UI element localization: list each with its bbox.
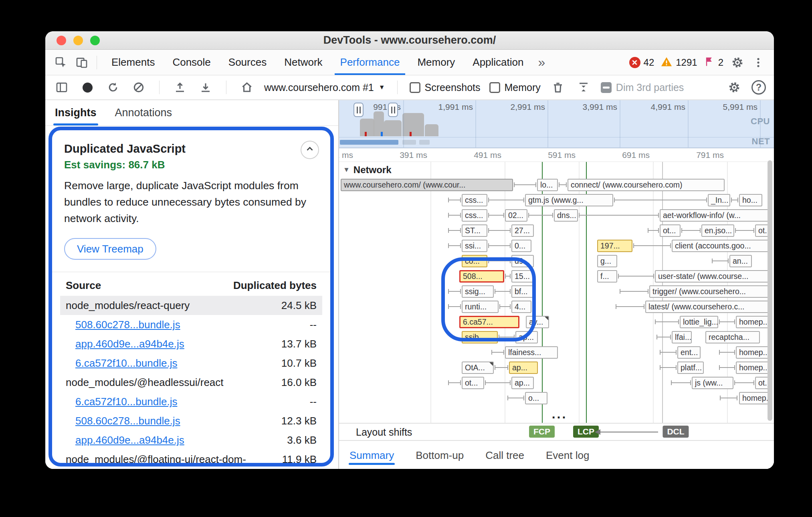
network-request-bar[interactable]: ssib... bbox=[462, 331, 498, 343]
network-request-bar[interactable]: d9... bbox=[511, 255, 534, 267]
zoom-button[interactable] bbox=[90, 36, 100, 45]
network-request-bar[interactable]: ho... bbox=[739, 194, 762, 206]
tab-annotations[interactable]: Annotations bbox=[115, 100, 172, 125]
tab-performance[interactable]: Performance bbox=[331, 50, 409, 75]
reload-and-record-icon[interactable] bbox=[105, 79, 121, 96]
network-request-bar[interactable]: 27... bbox=[511, 224, 534, 237]
network-request-bar[interactable]: ap... bbox=[511, 377, 534, 389]
network-request-bar[interactable]: ent... bbox=[677, 346, 701, 359]
collapse-insight-button[interactable] bbox=[301, 141, 319, 159]
network-request-bar[interactable]: www.coursehero.com/ (www.cour... bbox=[341, 179, 513, 191]
network-request-bar[interactable]: lo... bbox=[537, 179, 558, 191]
tab-memory[interactable]: Memory bbox=[408, 50, 464, 75]
network-request-bar[interactable]: connect/ (www.coursehero.com) bbox=[568, 179, 725, 191]
network-request-bar[interactable]: homep... bbox=[736, 361, 771, 374]
network-section-header[interactable]: ▼ Network bbox=[343, 164, 392, 176]
device-toolbar-icon[interactable] bbox=[73, 53, 91, 72]
inspect-element-icon[interactable] bbox=[52, 53, 70, 72]
network-request-bar[interactable]: co... bbox=[462, 255, 487, 267]
table-row[interactable]: 508.60c278...bundle.js-- bbox=[60, 315, 322, 334]
bottom-tab-bottom-up[interactable]: Bottom-up bbox=[416, 441, 464, 469]
network-request-bar[interactable]: css... bbox=[462, 209, 487, 222]
bottom-tab-event-log[interactable]: Event log bbox=[546, 441, 589, 469]
table-row[interactable]: 6.ca572f10...bundle.js10.7 kB bbox=[60, 353, 322, 373]
network-request-bar[interactable]: _In... bbox=[708, 194, 730, 206]
network-request-bar[interactable]: an... bbox=[729, 255, 752, 267]
more-requests-indicator[interactable]: ... bbox=[537, 407, 582, 422]
network-request-bar[interactable]: 15... bbox=[511, 270, 534, 283]
network-request-bar[interactable]: 0... bbox=[511, 240, 531, 252]
collect-garbage-icon[interactable] bbox=[549, 79, 566, 96]
network-request-bar[interactable]: ay... bbox=[526, 316, 549, 328]
help-icon[interactable]: ? bbox=[751, 80, 766, 95]
flame-chart[interactable]: 1 ms391 ms491 ms591 ms691 ms791 ms ▼ Net… bbox=[339, 148, 774, 423]
tab-elements[interactable]: Elements bbox=[103, 50, 164, 75]
clear-recording-icon[interactable] bbox=[130, 79, 147, 96]
memory-checkbox[interactable]: Memory bbox=[489, 82, 541, 93]
more-tabs-button[interactable]: » bbox=[535, 55, 549, 70]
source-file-link[interactable]: 6.ca572f10...bundle.js bbox=[66, 356, 177, 370]
table-row[interactable]: node_modules/react-query24.5 kB bbox=[60, 296, 322, 315]
upload-profile-icon[interactable] bbox=[172, 79, 188, 96]
network-request-bar[interactable]: ap... bbox=[515, 331, 538, 343]
view-treemap-button[interactable]: View Treemap bbox=[64, 238, 156, 260]
bottom-tab-call-tree[interactable]: Call tree bbox=[485, 441, 524, 469]
network-request-bar[interactable]: recaptcha... bbox=[705, 331, 760, 343]
warning-badge[interactable]: 1291 bbox=[661, 56, 697, 69]
network-request-bar[interactable]: user-state/ (www.course... bbox=[655, 270, 771, 283]
zoom-handle-right[interactable] bbox=[388, 103, 398, 117]
network-request-bar[interactable]: ot... bbox=[660, 224, 681, 237]
tab-application[interactable]: Application bbox=[464, 50, 532, 75]
table-row[interactable]: app.460d9e...a94b4e.js13.7 kB bbox=[60, 334, 322, 353]
tab-network[interactable]: Network bbox=[275, 50, 331, 75]
network-request-bar[interactable]: 197... bbox=[597, 240, 632, 252]
screenshots-checkbox[interactable]: Screenshots bbox=[410, 82, 481, 93]
record-button[interactable] bbox=[79, 79, 96, 96]
network-request-bar[interactable]: ssi... bbox=[462, 240, 487, 252]
network-request-bar[interactable]: aet-workflow-info/ (w... bbox=[660, 209, 771, 222]
table-row[interactable]: node_modules/@headlessui/react16.0 kB bbox=[60, 373, 322, 392]
dim-3rd-parties-checkbox[interactable]: Dim 3rd parties bbox=[601, 82, 684, 93]
download-profile-icon[interactable] bbox=[197, 79, 214, 96]
table-row[interactable]: node_modules/@floating-ui/react-dom-inte… bbox=[60, 450, 322, 467]
network-request-bar[interactable]: 4... bbox=[511, 301, 531, 313]
network-request-bar[interactable]: client (accounts.goo... bbox=[672, 240, 771, 252]
network-request-bar[interactable]: lfainess... bbox=[505, 346, 558, 359]
minimize-button[interactable] bbox=[73, 36, 83, 45]
network-request-bar[interactable]: css... bbox=[462, 194, 487, 206]
network-request-bar[interactable]: trigger/ (www.coursehero... bbox=[649, 285, 771, 298]
network-request-bar[interactable]: 02... bbox=[505, 209, 527, 222]
network-request-bar[interactable]: lfai... bbox=[672, 331, 692, 343]
network-request-bar[interactable]: g... bbox=[597, 255, 617, 267]
network-request-bar[interactable]: homep... bbox=[736, 316, 771, 328]
close-button[interactable] bbox=[57, 36, 66, 45]
kebab-menu-icon[interactable] bbox=[749, 53, 768, 72]
source-file-link[interactable]: 508.60c278...bundle.js bbox=[66, 414, 180, 428]
source-file-link[interactable]: app.460d9e...a94b4e.js bbox=[66, 337, 184, 351]
network-request-bar[interactable]: f... bbox=[597, 270, 617, 283]
home-icon[interactable] bbox=[238, 79, 255, 96]
network-request-bar[interactable]: lottie_lig... bbox=[680, 316, 718, 328]
network-request-bar[interactable]: o... bbox=[525, 392, 547, 404]
network-request-bar[interactable]: latest/ (www.coursehero.c... bbox=[645, 301, 771, 313]
source-file-link[interactable]: 508.60c278...bundle.js bbox=[66, 318, 180, 331]
network-request-bar[interactable]: homep... bbox=[736, 346, 771, 359]
profile-selector-dropdown[interactable]: www.coursehero.com #1 ▼ bbox=[264, 82, 385, 93]
network-request-bar[interactable]: runti... bbox=[462, 301, 499, 313]
timeline-overview[interactable]: CPU NET 991 ms1,991 ms2,991 ms3,991 ms4,… bbox=[339, 100, 774, 148]
vertical-scrollbar[interactable] bbox=[768, 160, 772, 421]
network-request-bar[interactable]: platf... bbox=[677, 361, 704, 374]
bottom-tab-summary[interactable]: Summary bbox=[349, 441, 394, 469]
network-request-bar[interactable]: gtm.js (www.g... bbox=[525, 194, 613, 206]
tab-insights[interactable]: Insights bbox=[55, 100, 97, 125]
tab-console[interactable]: Console bbox=[164, 50, 219, 75]
tab-sources[interactable]: Sources bbox=[220, 50, 275, 75]
network-request-bar[interactable]: ot... bbox=[462, 377, 484, 389]
network-request-bar[interactable]: 508... bbox=[459, 270, 504, 283]
toggle-sidebar-icon[interactable] bbox=[53, 79, 70, 96]
capture-settings-gear-icon[interactable] bbox=[726, 79, 743, 96]
settings-gear-icon[interactable] bbox=[728, 53, 747, 72]
source-file-link[interactable]: app.460d9e...a94b4e.js bbox=[66, 433, 184, 447]
network-request-bar[interactable]: dns... bbox=[554, 209, 578, 222]
network-request-bar[interactable]: 6.ca57... bbox=[459, 316, 519, 328]
